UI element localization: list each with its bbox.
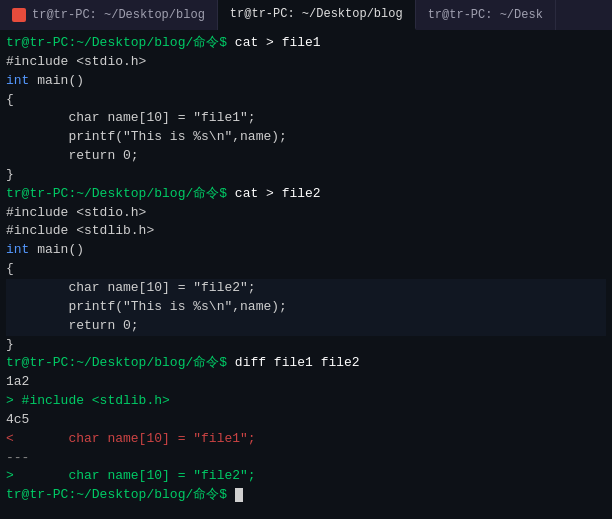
line-15: printf("This is %s\n",name); (6, 298, 606, 317)
tab-1-label: tr@tr-PC: ~/Desktop/blog (32, 8, 205, 22)
line-16: return 0; (6, 317, 606, 336)
tab-1[interactable]: tr@tr-PC: ~/Desktop/blog (0, 0, 218, 30)
tab-bar: tr@tr-PC: ~/Desktop/blog tr@tr-PC: ~/Des… (0, 0, 612, 30)
line-12: int main() (6, 241, 606, 260)
line-22: < char name[10] = "file1"; (6, 430, 606, 449)
line-3: int main() (6, 72, 606, 91)
line-10: #include <stdio.h> (6, 204, 606, 223)
line-14: char name[10] = "file2"; (6, 279, 606, 298)
line-19: 1a2 (6, 373, 606, 392)
terminal-window: tr@tr-PC: ~/Desktop/blog tr@tr-PC: ~/Des… (0, 0, 612, 519)
terminal-body[interactable]: tr@tr-PC:~/Desktop/blog/命令$ cat > file1 … (0, 30, 612, 519)
line-7: return 0; (6, 147, 606, 166)
line-17: } (6, 336, 606, 355)
line-24: > char name[10] = "file2"; (6, 467, 606, 486)
line-9: tr@tr-PC:~/Desktop/blog/命令$ cat > file2 (6, 185, 606, 204)
line-21: 4c5 (6, 411, 606, 430)
line-18: tr@tr-PC:~/Desktop/blog/命令$ diff file1 f… (6, 354, 606, 373)
line-1: tr@tr-PC:~/Desktop/blog/命令$ cat > file1 (6, 34, 606, 53)
line-8: } (6, 166, 606, 185)
terminal-icon-1 (12, 8, 26, 22)
line-20: > #include <stdlib.h> (6, 392, 606, 411)
line-25: tr@tr-PC:~/Desktop/blog/命令$ (6, 486, 606, 505)
tab-3-label: tr@tr-PC: ~/Desk (428, 8, 543, 22)
tab-2-label: tr@tr-PC: ~/Desktop/blog (230, 7, 403, 21)
line-2: #include <stdio.h> (6, 53, 606, 72)
line-4: { (6, 91, 606, 110)
line-11: #include <stdlib.h> (6, 222, 606, 241)
line-6: printf("This is %s\n",name); (6, 128, 606, 147)
tab-3[interactable]: tr@tr-PC: ~/Desk (416, 0, 556, 30)
line-13: { (6, 260, 606, 279)
cursor (235, 488, 243, 502)
line-5: char name[10] = "file1"; (6, 109, 606, 128)
line-23: --- (6, 449, 606, 468)
tab-2[interactable]: tr@tr-PC: ~/Desktop/blog (218, 0, 416, 30)
